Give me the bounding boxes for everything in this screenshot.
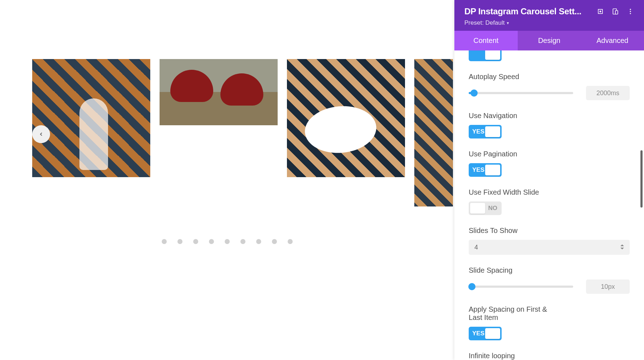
carousel-pagination [162, 239, 293, 244]
expand-icon[interactable] [597, 8, 604, 15]
toggle-partial-top[interactable] [469, 50, 502, 61]
pagination-dot[interactable] [225, 239, 230, 244]
carousel-slide[interactable] [160, 59, 278, 206]
sidebar-header: DP Instagram Carousel Sett... Preset: De… [454, 0, 644, 31]
use-fixed-width-toggle[interactable]: NO [469, 201, 502, 215]
svg-point-6 [630, 13, 631, 14]
tab-advanced[interactable]: Advanced [581, 31, 644, 50]
settings-tabs: ContentDesignAdvanced [454, 31, 644, 50]
scrollbar[interactable] [640, 150, 643, 208]
preset-selector[interactable]: Preset: Default ▼ [464, 19, 634, 26]
autoplay-speed-slider[interactable] [469, 92, 573, 94]
toggle-text: YES [472, 166, 484, 174]
use-pagination-toggle[interactable]: YES [469, 163, 502, 177]
carousel-prev-button[interactable] [32, 125, 50, 143]
slider-thumb[interactable] [468, 283, 475, 290]
tab-design[interactable]: Design [518, 31, 581, 50]
svg-point-4 [630, 9, 631, 10]
settings-body[interactable]: Autoplay Speed 2000ms Use Navigation YES [454, 50, 644, 360]
toggle-text: YES [472, 128, 484, 135]
pagination-dot[interactable] [209, 239, 214, 244]
tab-content[interactable]: Content [454, 31, 518, 50]
toggle-text: YES [472, 330, 484, 337]
autoplay-speed-label: Autoplay Speed [469, 73, 630, 81]
use-navigation-toggle[interactable]: YES [469, 125, 502, 138]
panel-title: DP Instagram Carousel Sett... [464, 6, 581, 16]
carousel [32, 59, 454, 206]
pagination-dot[interactable] [288, 239, 293, 244]
chevron-left-icon [38, 131, 44, 137]
caret-down-icon: ▼ [506, 21, 509, 25]
slide-spacing-label: Slide Spacing [469, 266, 630, 274]
toggle-text: NO [488, 205, 498, 212]
slides-to-show-label: Slides To Show [469, 227, 630, 235]
slides-to-show-select[interactable]: 4 [469, 240, 630, 255]
use-navigation-label: Use Navigation [469, 112, 630, 120]
svg-point-5 [630, 11, 631, 12]
carousel-slide[interactable] [414, 59, 453, 206]
pagination-dot[interactable] [162, 239, 167, 244]
svg-point-1 [600, 11, 601, 12]
autoplay-speed-value[interactable]: 2000ms [586, 86, 630, 100]
pagination-dot[interactable] [272, 239, 277, 244]
carousel-slide[interactable] [287, 59, 405, 206]
svg-rect-3 [615, 11, 618, 14]
select-caret-icon [620, 244, 624, 251]
preset-text: Preset: Default [464, 19, 504, 26]
pagination-dot[interactable] [193, 239, 198, 244]
pagination-dot[interactable] [177, 239, 182, 244]
use-fixed-width-label: Use Fixed Width Slide [469, 188, 630, 196]
svg-marker-8 [620, 248, 624, 249]
slide-spacing-value[interactable]: 10px [586, 279, 630, 294]
slide-spacing-slider[interactable] [469, 286, 573, 288]
more-menu-icon[interactable] [627, 8, 634, 15]
select-value: 4 [474, 244, 478, 251]
pagination-dot[interactable] [240, 239, 245, 244]
preview-canvas [0, 0, 454, 360]
use-pagination-label: Use Pagination [469, 150, 630, 158]
slider-thumb[interactable] [470, 89, 478, 97]
pagination-dot[interactable] [256, 239, 261, 244]
carousel-track [32, 59, 454, 206]
apply-spacing-toggle[interactable]: YES [469, 327, 502, 340]
svg-marker-7 [620, 244, 624, 246]
settings-sidebar: DP Instagram Carousel Sett... Preset: De… [454, 0, 644, 360]
apply-spacing-label: Apply Spacing on First & Last Item [469, 305, 562, 322]
responsive-icon[interactable] [612, 8, 619, 15]
infinite-looping-label: Infinite looping [469, 352, 630, 360]
